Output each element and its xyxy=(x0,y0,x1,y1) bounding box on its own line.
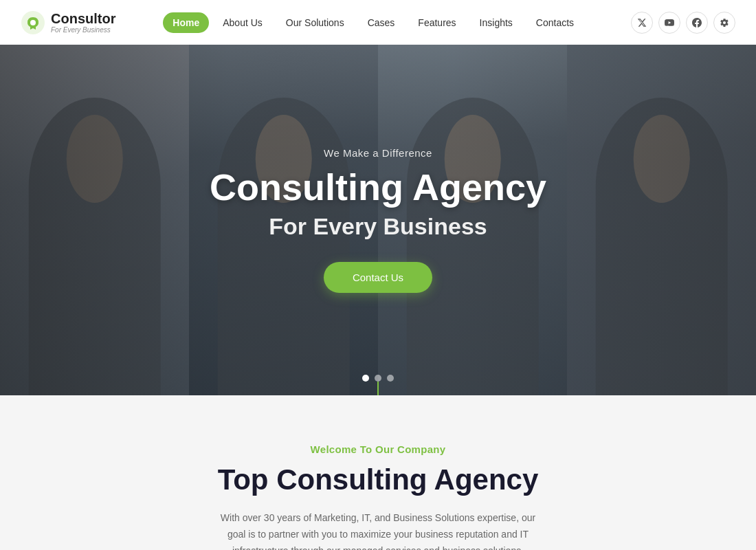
dot-1[interactable] xyxy=(362,375,369,382)
hero-title: Consulting Agency xyxy=(210,167,546,208)
logo-icon xyxy=(21,10,45,35)
about-description: With over 30 years of Marketing, IT, and… xyxy=(213,510,543,550)
contact-us-button[interactable]: Contact Us xyxy=(324,262,432,293)
nav-features[interactable]: Features xyxy=(408,12,465,33)
header: Consultor For Every Business Home About … xyxy=(0,0,756,45)
logo-name: Consultor xyxy=(51,11,115,26)
social-icons xyxy=(631,12,735,34)
facebook-icon[interactable] xyxy=(686,12,708,34)
nav-cases[interactable]: Cases xyxy=(358,12,405,33)
logo-tagline: For Every Business xyxy=(51,26,115,34)
about-section: Welcome To Our Company Top Consulting Ag… xyxy=(0,395,756,550)
nav-insights[interactable]: Insights xyxy=(470,12,522,33)
hero-subtitle: We Make a Difference xyxy=(210,147,546,159)
hero-title2: For Every Business xyxy=(210,213,546,240)
nav-solutions[interactable]: Our Solutions xyxy=(276,12,354,33)
nav-home[interactable]: Home xyxy=(163,12,209,33)
settings-icon[interactable] xyxy=(713,12,735,34)
hero-dots xyxy=(362,375,394,382)
hero-content: We Make a Difference Consulting Agency F… xyxy=(210,147,546,293)
hero-divider-line xyxy=(377,382,379,395)
hero-section: We Make a Difference Consulting Agency F… xyxy=(0,45,756,395)
svg-point-1 xyxy=(30,20,36,25)
main-nav: Home About Us Our Solutions Cases Featur… xyxy=(163,12,583,33)
dot-2[interactable] xyxy=(375,375,381,382)
nav-contacts[interactable]: Contacts xyxy=(526,12,583,33)
about-title: Top Consulting Agency xyxy=(21,463,735,496)
logo[interactable]: Consultor For Every Business xyxy=(21,10,115,35)
logo-text: Consultor For Every Business xyxy=(51,11,115,34)
twitter-icon[interactable] xyxy=(631,12,653,34)
youtube-icon[interactable] xyxy=(658,12,680,34)
nav-about[interactable]: About Us xyxy=(213,12,272,33)
about-label: Welcome To Our Company xyxy=(21,443,735,455)
dot-3[interactable] xyxy=(387,375,394,382)
